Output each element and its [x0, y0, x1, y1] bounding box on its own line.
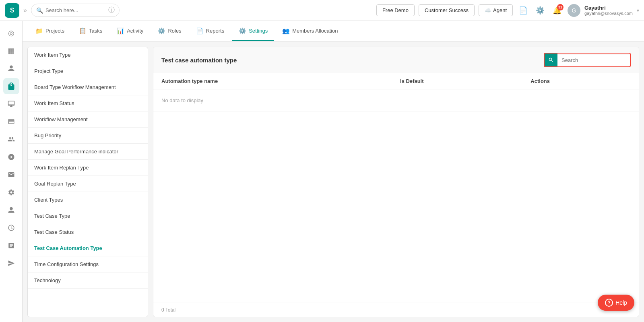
tab-tasks[interactable]: 📋 Tasks	[72, 22, 109, 41]
projects-tab-icon: 📁	[35, 27, 43, 35]
customer-success-button[interactable]: Customer Success	[419, 4, 475, 16]
left-panel-item-goal-replan[interactable]: Goal Replan Type	[28, 176, 148, 192]
reports-tab-icon: 📄	[196, 27, 204, 35]
avatar[interactable]: G	[568, 4, 580, 17]
left-panel-item-workflow-management[interactable]: Workflow Management	[28, 111, 148, 128]
table-container: Automation type name Is Default Actions …	[153, 73, 639, 303]
left-panel-item-board-type[interactable]: Board Type Workflow Management	[28, 79, 148, 95]
main-layout: ◎ ▦	[0, 21, 644, 322]
tab-reports[interactable]: 📄 Reports	[190, 22, 231, 41]
no-data-text: No data to display	[153, 89, 639, 112]
global-search-input[interactable]	[45, 7, 106, 13]
tab-roles[interactable]: ⚙️ Roles	[151, 22, 188, 41]
info-icon[interactable]: ⓘ	[108, 6, 115, 14]
right-panel-header: Test case automation type	[153, 47, 639, 73]
cloud-icon: ☁️	[485, 7, 491, 13]
agent-button[interactable]: ☁️ Agent	[479, 4, 513, 16]
tab-projects[interactable]: 📁 Projects	[29, 22, 71, 41]
search-icon-btn[interactable]	[545, 54, 557, 66]
search-icon: 🔍	[36, 7, 43, 14]
left-panel-item-test-case-status[interactable]: Test Case Status	[28, 224, 148, 240]
left-panel-item-test-case-type[interactable]: Test Case Type	[28, 208, 148, 224]
sidebar-icons: ◎ ▦	[0, 21, 23, 322]
tasks-tab-icon: 📋	[79, 27, 87, 35]
search-input[interactable]	[557, 55, 630, 66]
activity-tab-icon: 📊	[117, 27, 124, 35]
help-icon: ?	[605, 299, 613, 307]
top-bar-right: Free Demo Customer Success ☁️ Agent 📄 ⚙️…	[376, 4, 639, 17]
sidebar-item-dashboard[interactable]: ▦	[3, 43, 19, 59]
members-tab-icon: 👥	[282, 27, 290, 35]
sidebar-item-mail[interactable]	[3, 167, 19, 183]
inner-layout: Work Item Type Project Type Board Type W…	[23, 42, 644, 322]
left-panel-item-test-case-automation[interactable]: Test Case Automation Type	[28, 240, 148, 256]
tab-members[interactable]: 👥 Members Allocation	[276, 22, 344, 41]
right-panel-footer: 0 Total	[153, 303, 639, 317]
sidebar-item-team[interactable]	[3, 149, 19, 165]
user-name: Gayathri	[584, 5, 633, 11]
data-table: Automation type name Is Default Actions …	[153, 73, 639, 112]
left-panel-item-work-item-replan[interactable]: Work Item Replan Type	[28, 160, 148, 176]
settings-tab-icon: ⚙️	[239, 27, 246, 35]
left-panel-item-work-item-status[interactable]: Work Item Status	[28, 95, 148, 111]
roles-tab-icon: ⚙️	[158, 27, 165, 35]
col-is-default: Is Default	[392, 73, 522, 89]
sidebar-item-settings[interactable]	[3, 184, 19, 200]
settings-icon-btn[interactable]: ⚙️	[534, 4, 547, 17]
left-panel: Work Item Type Project Type Board Type W…	[27, 47, 148, 317]
total-count: 0 Total	[161, 307, 175, 313]
document-icon-btn[interactable]: 📄	[517, 4, 530, 17]
left-panel-item-manage-goal[interactable]: Manage Goal Performance indicator	[28, 144, 148, 160]
sidebar-item-send[interactable]	[3, 255, 19, 271]
global-search-bar[interactable]: 🔍 ⓘ	[31, 4, 120, 17]
expand-icon[interactable]: »	[23, 7, 27, 14]
help-button[interactable]: ? Help	[598, 295, 634, 311]
free-demo-button[interactable]: Free Demo	[376, 4, 415, 16]
col-actions: Actions	[522, 73, 639, 89]
left-panel-item-time-config[interactable]: Time Configuration Settings	[28, 256, 148, 272]
sidebar-item-home[interactable]: ◎	[3, 25, 19, 41]
top-bar: S » 🔍 ⓘ Free Demo Customer Success ☁️ Ag…	[0, 0, 644, 21]
sidebar-item-user2[interactable]	[3, 202, 19, 218]
sidebar-item-monitor[interactable]	[3, 96, 19, 112]
left-panel-item-bug-priority[interactable]: Bug Priority	[28, 128, 148, 144]
sidebar-item-card[interactable]	[3, 114, 19, 130]
sidebar-item-group[interactable]	[3, 131, 19, 147]
sidebar-item-report[interactable]	[3, 237, 19, 254]
left-panel-item-technology[interactable]: Technology	[28, 272, 148, 289]
user-email: gayathri@snovasys.com	[584, 11, 633, 16]
content-area: 📁 Projects 📋 Tasks 📊 Activity ⚙️ Roles 📄…	[23, 21, 644, 322]
right-panel: Test case automation type Automation typ…	[153, 47, 639, 317]
help-label: Help	[615, 299, 627, 306]
right-panel-title: Test case automation type	[161, 57, 237, 64]
user-dropdown-arrow[interactable]: ▾	[637, 8, 639, 13]
left-panel-item-project-type[interactable]: Project Type	[28, 63, 148, 79]
tab-bar: 📁 Projects 📋 Tasks 📊 Activity ⚙️ Roles 📄…	[23, 21, 644, 42]
sidebar-item-briefcase[interactable]	[3, 78, 19, 94]
col-automation-type-name: Automation type name	[153, 73, 392, 89]
left-panel-item-client-types[interactable]: Client Types	[28, 192, 148, 208]
app-logo: S	[5, 3, 19, 18]
notification-icon-btn[interactable]: 🔔 31	[551, 4, 564, 17]
sidebar-item-person[interactable]	[3, 60, 19, 76]
tab-settings[interactable]: ⚙️ Settings	[232, 22, 274, 41]
sidebar-item-clock[interactable]	[3, 220, 19, 236]
tab-activity[interactable]: 📊 Activity	[110, 22, 150, 41]
search-box-container[interactable]	[544, 53, 631, 67]
notification-badge: 31	[557, 4, 564, 10]
user-info: Gayathri gayathri@snovasys.com	[584, 5, 633, 16]
left-panel-item-work-item-type[interactable]: Work Item Type	[28, 47, 148, 63]
table-row-no-data: No data to display	[153, 89, 639, 112]
